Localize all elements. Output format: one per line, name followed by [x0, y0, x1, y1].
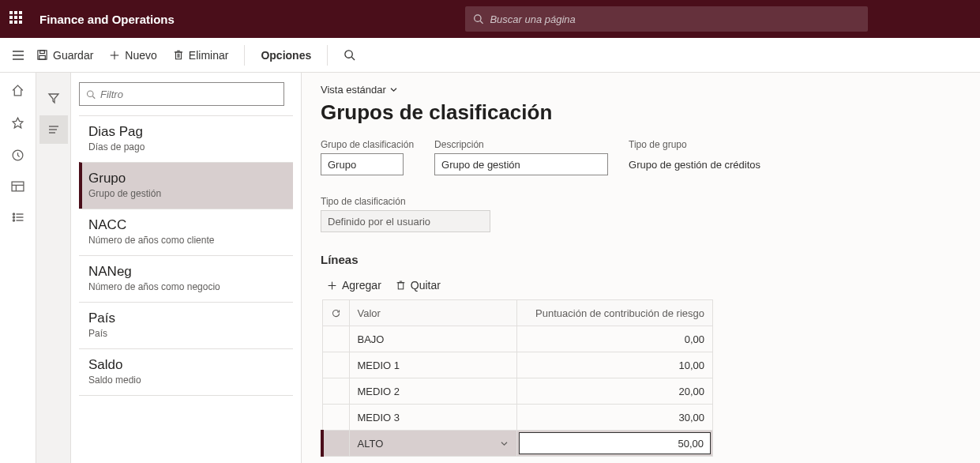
view-switcher[interactable]: Vista estándar: [321, 84, 961, 96]
add-line-button[interactable]: Agregar: [327, 279, 381, 292]
workspace-icon[interactable]: [11, 181, 24, 193]
filter-input[interactable]: [100, 88, 277, 100]
row-marker[interactable]: [322, 431, 349, 457]
plus-icon: [327, 280, 337, 291]
table-row[interactable]: ALTO 50,00: [322, 431, 713, 457]
options-button[interactable]: Opciones: [261, 49, 311, 62]
cell-score[interactable]: 10,00: [517, 352, 713, 378]
app-launcher-icon[interactable]: [9, 11, 25, 27]
header-fields: Grupo de clasificación Grupo Descripción…: [321, 139, 961, 232]
list-item-subtitle: Número de años como negocio: [88, 281, 283, 292]
divider: [327, 45, 328, 66]
save-label: Guardar: [53, 49, 93, 62]
cell-score[interactable]: 30,00: [517, 405, 713, 431]
list-item-title: Saldo: [88, 357, 283, 373]
table-row[interactable]: BAJO 0,00: [322, 326, 713, 352]
svg-point-23: [13, 216, 15, 218]
chevron-down-icon[interactable]: [500, 441, 509, 446]
add-label: Agregar: [342, 279, 381, 292]
field-descripcion: Descripción Grupo de gestión: [434, 139, 608, 175]
cell-valor[interactable]: MEDIO 1: [349, 352, 517, 378]
field-grupo: Grupo de clasificación Grupo: [321, 139, 414, 175]
filter-rail: [36, 73, 71, 463]
hamburger-icon: [12, 50, 24, 61]
remove-line-button[interactable]: Quitar: [396, 279, 441, 292]
cell-score[interactable]: 0,00: [517, 326, 713, 352]
search-icon: [86, 89, 96, 100]
home-icon[interactable]: [11, 84, 24, 97]
table-row[interactable]: MEDIO 2 20,00: [322, 378, 713, 405]
list-item-title: País: [88, 311, 283, 326]
list-item[interactable]: NACC Número de años como cliente: [79, 209, 293, 255]
list-view-button[interactable]: [39, 115, 68, 144]
trash-icon: [396, 280, 406, 291]
cell-valor[interactable]: MEDIO 2: [349, 378, 517, 405]
svg-line-1: [480, 21, 482, 24]
list-item[interactable]: Grupo Grupo de gestión: [79, 162, 293, 209]
list-item-subtitle: Saldo medio: [88, 375, 283, 386]
row-marker[interactable]: [322, 352, 349, 378]
list-item[interactable]: NANeg Número de años como negocio: [79, 255, 293, 302]
row-marker[interactable]: [322, 378, 349, 405]
delete-button[interactable]: Eliminar: [173, 49, 229, 62]
search-input[interactable]: [490, 13, 860, 25]
row-marker[interactable]: [322, 405, 349, 431]
new-button[interactable]: Nuevo: [109, 49, 156, 62]
list-item-title: NANeg: [88, 264, 283, 280]
list-item-title: Grupo: [88, 171, 283, 186]
list-item[interactable]: Saldo Saldo medio: [79, 348, 293, 396]
score-input[interactable]: 50,00: [519, 432, 711, 454]
hamburger-button[interactable]: [0, 38, 36, 73]
svg-line-13: [352, 57, 355, 60]
trash-icon: [173, 49, 184, 61]
list-panel: Dias Pag Días de pago Grupo Grupo de ges…: [71, 73, 302, 463]
list-item-subtitle: Grupo de gestión: [88, 188, 283, 199]
list-item[interactable]: Dias Pag Días de pago: [79, 115, 293, 162]
main-layout: Dias Pag Días de pago Grupo Grupo de ges…: [0, 73, 980, 463]
save-button[interactable]: Guardar: [36, 49, 93, 62]
column-valor[interactable]: Valor: [349, 300, 517, 326]
grupo-input[interactable]: Grupo: [321, 153, 404, 175]
row-marker[interactable]: [322, 326, 349, 352]
list-item[interactable]: País País: [79, 302, 293, 348]
cell-score[interactable]: 50,00: [517, 431, 713, 457]
options-label: Opciones: [261, 49, 311, 62]
svg-rect-7: [175, 52, 181, 59]
tipo-clasificacion-input: Definido por el usuario: [321, 210, 490, 232]
column-score[interactable]: Puntuación de contribución de riesgo: [517, 300, 713, 326]
field-label: Tipo de clasificación: [321, 196, 490, 207]
cell-valor[interactable]: ALTO: [349, 431, 517, 457]
cell-score[interactable]: 20,00: [517, 378, 713, 405]
filter-funnel-button[interactable]: [39, 84, 68, 112]
list-icon: [47, 124, 60, 135]
table-row[interactable]: MEDIO 1 10,00: [322, 352, 713, 378]
svg-point-30: [88, 90, 94, 96]
clock-icon[interactable]: [11, 149, 24, 162]
modules-icon[interactable]: [11, 212, 24, 223]
cell-valor[interactable]: BAJO: [349, 326, 517, 352]
refresh-column-header[interactable]: [322, 300, 349, 326]
cell-valor[interactable]: MEDIO 3: [349, 405, 517, 431]
app-title: Finance and Operations: [39, 13, 175, 26]
funnel-icon: [47, 92, 60, 104]
filter-input-wrap[interactable]: [79, 82, 284, 106]
nav-rail: [0, 73, 36, 463]
list-item-title: Dias Pag: [88, 124, 283, 140]
plus-icon: [109, 50, 120, 61]
list-item-subtitle: Días de pago: [88, 141, 283, 152]
svg-point-25: [13, 220, 15, 221]
search-icon: [344, 49, 355, 61]
field-tipo-clasificacion: Tipo de clasificación Definido por el us…: [321, 196, 490, 232]
svg-rect-18: [12, 182, 24, 191]
svg-point-21: [13, 213, 15, 215]
remove-label: Quitar: [411, 279, 441, 292]
global-search[interactable]: [465, 6, 868, 32]
list-item-subtitle: Número de años como cliente: [88, 235, 283, 246]
find-button[interactable]: [344, 49, 355, 61]
page-title: Grupos de clasificación: [321, 100, 961, 125]
chevron-down-icon: [389, 87, 398, 92]
star-icon[interactable]: [11, 116, 24, 130]
descripcion-input[interactable]: Grupo de gestión: [434, 153, 608, 175]
table-row[interactable]: MEDIO 3 30,00: [322, 405, 713, 431]
content-area: Vista estándar Grupos de clasificación G…: [302, 73, 980, 463]
